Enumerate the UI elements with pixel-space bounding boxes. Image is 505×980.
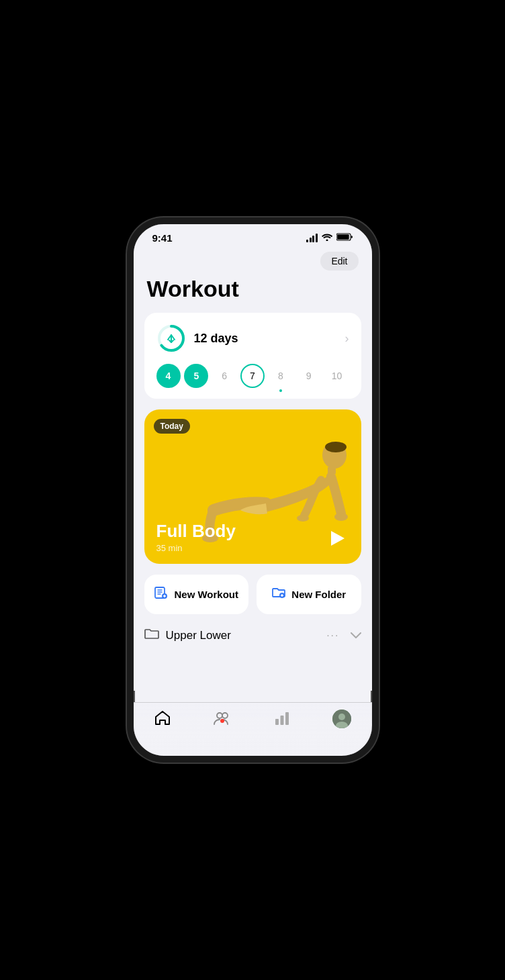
- svg-rect-17: [285, 712, 289, 725]
- streak-top: 12 days ›: [156, 324, 349, 353]
- svg-rect-1: [337, 234, 349, 240]
- workout-card[interactable]: Today: [144, 409, 361, 564]
- folder-icon: [144, 628, 159, 643]
- day-dot-4: 4: [156, 364, 181, 388]
- svg-point-6: [334, 513, 348, 521]
- day-dot-5: 5: [184, 364, 208, 388]
- today-badge: Today: [154, 419, 190, 434]
- workout-info: Full Body 35 min: [156, 521, 236, 553]
- tab-profile[interactable]: [332, 709, 351, 728]
- svg-point-14: [222, 713, 228, 718]
- svg-rect-15: [275, 719, 279, 725]
- day-dot-7: 7: [240, 364, 265, 388]
- svg-rect-16: [280, 716, 283, 725]
- profile-avatar: [332, 709, 351, 728]
- more-options-icon[interactable]: ···: [326, 630, 339, 642]
- status-bar: 9:41: [134, 224, 372, 246]
- svg-point-13: [217, 713, 222, 718]
- streak-left: 12 days: [156, 324, 238, 353]
- tab-community[interactable]: [213, 709, 232, 727]
- new-folder-button[interactable]: New Folder: [257, 575, 361, 614]
- folder-right: ···: [326, 630, 361, 642]
- new-workout-icon: [154, 585, 169, 603]
- home-icon: [154, 709, 171, 727]
- community-notification-badge: [220, 719, 224, 723]
- chevron-down-icon[interactable]: [351, 630, 361, 642]
- stats-icon: [273, 709, 291, 727]
- day-dots-row: 4 5 6 7 8 9 10: [156, 364, 349, 388]
- svg-point-19: [338, 714, 345, 720]
- battery-icon: [336, 233, 353, 243]
- tab-stats[interactable]: [273, 709, 291, 727]
- svg-point-9: [325, 442, 347, 452]
- new-workout-label: New Workout: [174, 589, 238, 600]
- main-content: Edit Workout: [134, 246, 372, 691]
- day-dot-9: 9: [297, 364, 321, 388]
- streak-circle: [156, 324, 186, 353]
- day-dot-6: 6: [212, 364, 236, 388]
- folder-row[interactable]: Upper Lower ···: [144, 625, 361, 646]
- community-icon: [213, 709, 232, 727]
- signal-icon: [306, 234, 318, 242]
- workout-duration: 35 min: [156, 543, 236, 553]
- new-workout-button[interactable]: New Workout: [144, 575, 249, 614]
- edit-button[interactable]: Edit: [320, 252, 358, 271]
- day-dot-8: 8: [269, 364, 293, 388]
- tab-home[interactable]: [154, 709, 171, 727]
- status-icons: [306, 233, 353, 243]
- day-dot-10: 10: [324, 364, 349, 388]
- play-button[interactable]: [325, 526, 349, 550]
- streak-card[interactable]: 12 days › 4 5 6 7 8 9 10: [144, 313, 361, 399]
- svg-point-7: [297, 515, 309, 522]
- wifi-icon: [322, 233, 332, 243]
- new-folder-label: New Folder: [291, 589, 346, 600]
- folder-name: Upper Lower: [166, 629, 231, 642]
- tab-bar: [134, 702, 372, 756]
- folder-left: Upper Lower: [144, 628, 231, 643]
- phone-shell: 9:41: [127, 217, 379, 763]
- play-icon: [331, 531, 345, 546]
- status-time: 9:41: [152, 232, 173, 244]
- action-row: New Workout New Folder: [144, 575, 361, 614]
- chevron-right-icon: ›: [345, 332, 349, 346]
- header-area: Edit: [134, 246, 372, 273]
- avatar-image: [332, 709, 351, 728]
- workout-name: Full Body: [156, 521, 236, 542]
- new-folder-icon: [271, 585, 286, 603]
- page-title: Workout: [134, 273, 372, 313]
- streak-days: 12 days: [194, 332, 238, 346]
